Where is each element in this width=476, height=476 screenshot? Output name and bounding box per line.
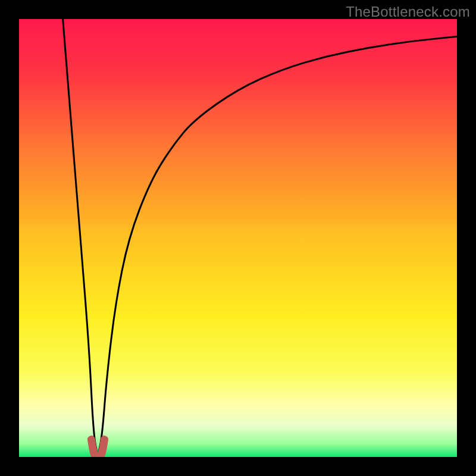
svg-rect-0	[19, 19, 457, 457]
plot-area	[19, 19, 457, 457]
chart-frame: TheBottleneck.com	[0, 0, 476, 476]
watermark-text: TheBottleneck.com	[346, 4, 470, 20]
bottleneck-chart	[19, 19, 457, 457]
